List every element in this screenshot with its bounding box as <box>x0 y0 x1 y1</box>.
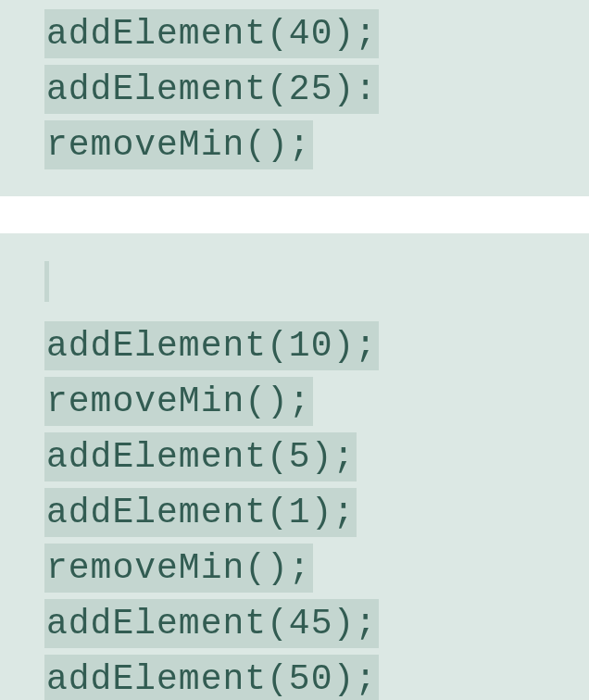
code-text: addElement(45); <box>44 599 379 648</box>
code-text: addElement(5); <box>44 432 357 481</box>
code-line: removeMin(); <box>44 120 589 176</box>
code-block-2: addElement(10); removeMin(); addElement(… <box>0 233 589 700</box>
text-cursor-icon <box>44 261 49 302</box>
code-line: addElement(50); <box>44 655 589 700</box>
code-text: addElement(40); <box>44 9 379 58</box>
code-line: addElement(5); <box>44 432 589 488</box>
code-line: addElement(45); <box>44 599 589 655</box>
code-line: removeMin(); <box>44 544 589 599</box>
code-line: removeMin(); <box>44 377 589 432</box>
code-line: addElement(40); <box>44 9 589 65</box>
code-text: addElement(1); <box>44 488 357 537</box>
cursor-line <box>44 261 589 321</box>
code-text: addElement(25): <box>44 65 379 114</box>
code-line: addElement(25): <box>44 65 589 120</box>
code-block-1: addElement(40); addElement(25): removeMi… <box>0 0 589 196</box>
code-text: removeMin(); <box>44 120 313 169</box>
code-text: addElement(10); <box>44 321 379 370</box>
code-line: addElement(10); <box>44 321 589 377</box>
code-text: removeMin(); <box>44 377 313 426</box>
code-line: addElement(1); <box>44 488 589 544</box>
code-text: removeMin(); <box>44 544 313 593</box>
code-text: addElement(50); <box>44 655 379 700</box>
